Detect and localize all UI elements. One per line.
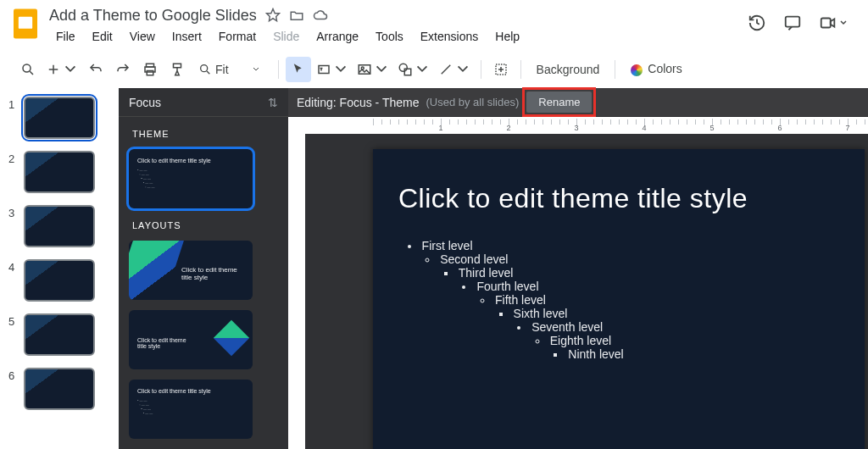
editor-sub: (Used by all slides) [426,96,519,108]
theme-panel-header: Focus ⇅ [119,88,288,117]
colors-button[interactable]: Colors [622,62,690,75]
app-header: Add a Theme to Google Slides FileEditVie… [0,0,868,51]
select-tool-icon[interactable] [286,57,311,82]
rename-button[interactable]: Rename [526,91,592,113]
menu-help[interactable]: Help [488,27,526,46]
menu-slide[interactable]: Slide [266,27,306,46]
menu-edit[interactable]: Edit [86,27,120,46]
editor-area: Editing: Focus - Theme (Used by all slid… [288,88,868,449]
svg-rect-15 [319,65,329,73]
menu-insert[interactable]: Insert [165,27,209,46]
svg-line-6 [30,71,33,75]
comments-icon[interactable] [783,14,802,32]
svg-marker-2 [266,9,279,21]
background-button[interactable]: Background [528,63,609,76]
svg-rect-3 [786,17,800,27]
svg-point-5 [23,64,31,72]
slide-canvas[interactable]: Click to edit theme title style First le… [373,149,865,449]
svg-rect-12 [174,64,181,68]
rename-highlight: Rename [522,87,596,117]
svg-line-22 [441,64,450,74]
menu-view[interactable]: View [123,27,162,46]
zoom-label: Fit [215,63,229,76]
theme-master-thumb[interactable]: Click to edit theme title style • — — ◦ … [129,149,253,208]
slides-app-icon[interactable] [10,8,41,39]
zoom-dropdown[interactable]: Fit [192,63,271,76]
image-icon[interactable] [353,57,392,82]
chevron-down-icon[interactable] [839,19,848,27]
placeholder-icon[interactable] [488,57,514,82]
line-icon[interactable] [435,57,474,82]
svg-rect-1 [19,17,32,29]
undo-icon[interactable] [83,57,108,82]
redo-icon[interactable] [110,57,136,82]
svg-rect-21 [404,69,411,75]
svg-line-14 [207,71,209,74]
header-right [748,5,858,32]
panel-menu-icon[interactable]: ⇅ [268,96,278,109]
slide-title-placeholder[interactable]: Click to edit theme title style [398,183,748,214]
paint-format-icon[interactable] [164,57,190,82]
add-icon[interactable] [42,57,81,82]
menu-bar: FileEditViewInsertFormatSlideArrangeTool… [49,27,748,46]
layout-thumb-1[interactable]: Click to edit theme title style [129,241,253,300]
textbox-icon[interactable] [313,57,352,82]
theme-panel-title: Focus [129,96,161,109]
move-folder-icon[interactable] [289,8,304,23]
horizontal-ruler[interactable]: 1234567 [288,117,868,134]
print-icon[interactable] [137,57,163,82]
slide-body-placeholder[interactable]: First levelSecond levelThird levelFourth… [403,239,624,361]
theme-panel: Focus ⇅ THEME Click to edit theme title … [119,88,288,449]
slide-thumb-4[interactable]: 4 [8,259,110,302]
present-icon[interactable] [819,14,837,32]
content-area: 123456 Focus ⇅ THEME Click to edit theme… [0,88,868,449]
slide-canvas-wrap: Click to edit theme title style First le… [288,134,868,449]
star-icon[interactable] [265,8,281,23]
svg-rect-4 [821,19,831,28]
slide-thumb-6[interactable]: 6 [8,368,110,410]
cloud-status-icon[interactable] [313,8,328,23]
toolbar: Fit Background Colors [0,51,868,88]
doc-title[interactable]: Add a Theme to Google Slides [49,7,257,25]
svg-point-13 [201,64,208,71]
history-icon[interactable] [748,14,766,32]
slide-thumb-5[interactable]: 5 [8,313,110,356]
title-area: Add a Theme to Google Slides FileEditVie… [49,5,748,46]
menu-format[interactable]: Format [212,27,263,46]
slide-thumb-1[interactable]: 1 [8,97,110,139]
slide-thumb-3[interactable]: 3 [8,205,110,247]
layouts-section-label: LAYOUTS [132,220,278,230]
color-wheel-icon [631,64,643,76]
layout-thumb-2[interactable]: Click to edit theme title style [129,310,253,369]
menu-tools[interactable]: Tools [369,27,410,46]
svg-point-20 [399,64,407,71]
menu-file[interactable]: File [49,27,82,46]
menu-extensions[interactable]: Extensions [414,27,485,46]
theme-section-label: THEME [132,129,278,139]
search-icon[interactable] [15,57,41,82]
editor-status-bar: Editing: Focus - Theme (Used by all slid… [288,88,868,117]
slide-thumb-2[interactable]: 2 [8,151,110,193]
shape-icon[interactable] [394,57,433,82]
vertical-ruler[interactable] [288,134,305,449]
menu-arrange[interactable]: Arrange [309,27,365,46]
slide-thumbnail-strip: 123456 [0,88,119,449]
layout-thumb-3[interactable]: Click to edit theme title style • — — ◦ … [129,380,253,439]
